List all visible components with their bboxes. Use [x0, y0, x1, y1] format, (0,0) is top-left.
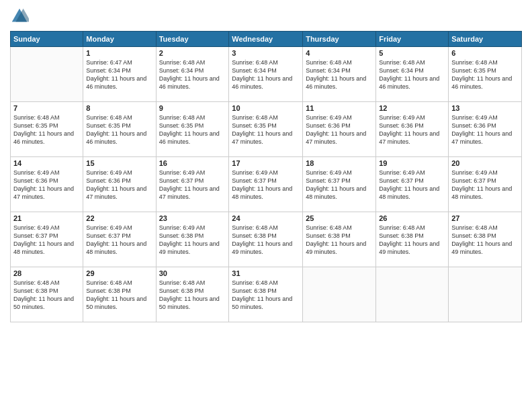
- day-number: 29: [86, 269, 152, 277]
- day-number: 20: [451, 159, 519, 167]
- day-info: Sunrise: 6:48 AMSunset: 6:34 PMDaylight:…: [306, 58, 373, 91]
- day-info: Sunrise: 6:49 AMSunset: 6:37 PMDaylight:…: [13, 224, 80, 257]
- day-info: Sunrise: 6:48 AMSunset: 6:34 PMDaylight:…: [232, 58, 300, 91]
- calendar-cell: 21Sunrise: 6:49 AMSunset: 6:37 PMDayligh…: [11, 212, 83, 267]
- day-info: Sunrise: 6:48 AMSunset: 6:35 PMDaylight:…: [232, 113, 300, 146]
- day-number: 24: [232, 214, 300, 222]
- day-number: 2: [159, 49, 226, 57]
- day-number: 5: [379, 49, 445, 57]
- day-number: 13: [451, 104, 519, 112]
- logo: [10, 7, 32, 26]
- day-info: Sunrise: 6:48 AMSunset: 6:38 PMDaylight:…: [232, 279, 300, 312]
- day-info: Sunrise: 6:48 AMSunset: 6:38 PMDaylight:…: [159, 279, 226, 312]
- day-info: Sunrise: 6:48 AMSunset: 6:38 PMDaylight:…: [306, 224, 373, 257]
- day-info: Sunrise: 6:48 AMSunset: 6:38 PMDaylight:…: [232, 224, 300, 257]
- day-number: 15: [86, 159, 152, 167]
- page: SundayMondayTuesdayWednesdayThursdayFrid…: [0, 0, 532, 411]
- day-number: 18: [306, 159, 373, 167]
- calendar-cell: 7Sunrise: 6:48 AMSunset: 6:35 PMDaylight…: [11, 102, 83, 157]
- day-number: 8: [86, 104, 152, 112]
- day-info: Sunrise: 6:49 AMSunset: 6:37 PMDaylight:…: [159, 169, 226, 201]
- calendar-cell: [303, 267, 376, 322]
- calendar-cell: [376, 267, 449, 322]
- calendar-header-wednesday: Wednesday: [229, 32, 303, 47]
- day-info: Sunrise: 6:49 AMSunset: 6:37 PMDaylight:…: [232, 169, 300, 201]
- day-number: 12: [379, 104, 445, 112]
- calendar-header-monday: Monday: [83, 32, 156, 47]
- calendar-cell: 16Sunrise: 6:49 AMSunset: 6:37 PMDayligh…: [156, 157, 229, 212]
- calendar-cell: 27Sunrise: 6:48 AMSunset: 6:38 PMDayligh…: [449, 212, 522, 267]
- calendar-cell: 1Sunrise: 6:47 AMSunset: 6:34 PMDaylight…: [83, 47, 156, 102]
- day-number: 14: [13, 159, 80, 167]
- day-number: 25: [306, 214, 373, 222]
- day-number: 6: [451, 49, 519, 57]
- day-number: 30: [159, 269, 226, 277]
- calendar-cell: 31Sunrise: 6:48 AMSunset: 6:38 PMDayligh…: [229, 267, 303, 322]
- calendar-cell: 4Sunrise: 6:48 AMSunset: 6:34 PMDaylight…: [303, 47, 376, 102]
- day-number: 4: [306, 49, 373, 57]
- day-info: Sunrise: 6:49 AMSunset: 6:37 PMDaylight:…: [379, 169, 445, 201]
- day-number: 21: [13, 214, 80, 222]
- day-number: 9: [159, 104, 226, 112]
- calendar-header-friday: Friday: [376, 32, 449, 47]
- day-info: Sunrise: 6:48 AMSunset: 6:35 PMDaylight:…: [451, 58, 519, 91]
- logo-icon: [10, 7, 29, 26]
- day-info: Sunrise: 6:49 AMSunset: 6:37 PMDaylight:…: [86, 224, 152, 257]
- calendar-cell: 6Sunrise: 6:48 AMSunset: 6:35 PMDaylight…: [449, 47, 522, 102]
- calendar-header-tuesday: Tuesday: [156, 32, 229, 47]
- day-info: Sunrise: 6:49 AMSunset: 6:36 PMDaylight:…: [86, 169, 152, 201]
- calendar-cell: 3Sunrise: 6:48 AMSunset: 6:34 PMDaylight…: [229, 47, 303, 102]
- day-info: Sunrise: 6:49 AMSunset: 6:36 PMDaylight:…: [13, 169, 80, 201]
- calendar-cell: 30Sunrise: 6:48 AMSunset: 6:38 PMDayligh…: [156, 267, 229, 322]
- calendar-cell: 17Sunrise: 6:49 AMSunset: 6:37 PMDayligh…: [229, 157, 303, 212]
- day-info: Sunrise: 6:47 AMSunset: 6:34 PMDaylight:…: [86, 58, 152, 91]
- calendar-cell: 19Sunrise: 6:49 AMSunset: 6:37 PMDayligh…: [376, 157, 449, 212]
- day-number: 10: [232, 104, 300, 112]
- day-number: 1: [86, 49, 152, 57]
- day-number: 3: [232, 49, 300, 57]
- day-number: 16: [159, 159, 226, 167]
- day-number: 31: [232, 269, 300, 277]
- day-number: 27: [451, 214, 519, 222]
- day-info: Sunrise: 6:48 AMSunset: 6:38 PMDaylight:…: [379, 224, 445, 257]
- calendar-cell: 8Sunrise: 6:48 AMSunset: 6:35 PMDaylight…: [83, 102, 156, 157]
- day-number: 28: [13, 269, 80, 277]
- calendar-header-thursday: Thursday: [303, 32, 376, 47]
- calendar-cell: 9Sunrise: 6:48 AMSunset: 6:35 PMDaylight…: [156, 102, 229, 157]
- calendar-cell: 10Sunrise: 6:48 AMSunset: 6:35 PMDayligh…: [229, 102, 303, 157]
- calendar-cell: 11Sunrise: 6:49 AMSunset: 6:36 PMDayligh…: [303, 102, 376, 157]
- calendar-cell: [11, 47, 83, 102]
- calendar-week-row: 1Sunrise: 6:47 AMSunset: 6:34 PMDaylight…: [11, 47, 522, 102]
- calendar-header-sunday: Sunday: [11, 32, 83, 47]
- calendar-week-row: 7Sunrise: 6:48 AMSunset: 6:35 PMDaylight…: [11, 102, 522, 157]
- header: [10, 7, 522, 26]
- calendar-cell: 29Sunrise: 6:48 AMSunset: 6:38 PMDayligh…: [83, 267, 156, 322]
- day-number: 19: [379, 159, 445, 167]
- calendar-cell: 5Sunrise: 6:48 AMSunset: 6:34 PMDaylight…: [376, 47, 449, 102]
- day-info: Sunrise: 6:48 AMSunset: 6:34 PMDaylight:…: [159, 58, 226, 91]
- calendar-cell: 15Sunrise: 6:49 AMSunset: 6:36 PMDayligh…: [83, 157, 156, 212]
- day-info: Sunrise: 6:48 AMSunset: 6:35 PMDaylight:…: [13, 113, 80, 146]
- calendar-cell: 26Sunrise: 6:48 AMSunset: 6:38 PMDayligh…: [376, 212, 449, 267]
- day-info: Sunrise: 6:49 AMSunset: 6:37 PMDaylight:…: [306, 169, 373, 201]
- day-number: 23: [159, 214, 226, 222]
- day-info: Sunrise: 6:49 AMSunset: 6:36 PMDaylight:…: [379, 113, 445, 146]
- day-info: Sunrise: 6:48 AMSunset: 6:35 PMDaylight:…: [86, 113, 152, 146]
- day-info: Sunrise: 6:48 AMSunset: 6:35 PMDaylight:…: [159, 113, 226, 146]
- day-info: Sunrise: 6:49 AMSunset: 6:37 PMDaylight:…: [451, 169, 519, 201]
- calendar: SundayMondayTuesdayWednesdayThursdayFrid…: [10, 31, 522, 322]
- calendar-cell: [449, 267, 522, 322]
- calendar-cell: 18Sunrise: 6:49 AMSunset: 6:37 PMDayligh…: [303, 157, 376, 212]
- day-info: Sunrise: 6:49 AMSunset: 6:36 PMDaylight:…: [451, 113, 519, 146]
- calendar-week-row: 14Sunrise: 6:49 AMSunset: 6:36 PMDayligh…: [11, 157, 522, 212]
- day-info: Sunrise: 6:48 AMSunset: 6:38 PMDaylight:…: [86, 279, 152, 312]
- calendar-cell: 24Sunrise: 6:48 AMSunset: 6:38 PMDayligh…: [229, 212, 303, 267]
- calendar-cell: 28Sunrise: 6:48 AMSunset: 6:38 PMDayligh…: [11, 267, 83, 322]
- calendar-cell: 25Sunrise: 6:48 AMSunset: 6:38 PMDayligh…: [303, 212, 376, 267]
- calendar-cell: 12Sunrise: 6:49 AMSunset: 6:36 PMDayligh…: [376, 102, 449, 157]
- calendar-week-row: 21Sunrise: 6:49 AMSunset: 6:37 PMDayligh…: [11, 212, 522, 267]
- calendar-header-saturday: Saturday: [449, 32, 522, 47]
- day-info: Sunrise: 6:49 AMSunset: 6:36 PMDaylight:…: [306, 113, 373, 146]
- calendar-header-row: SundayMondayTuesdayWednesdayThursdayFrid…: [11, 32, 522, 47]
- day-number: 7: [13, 104, 80, 112]
